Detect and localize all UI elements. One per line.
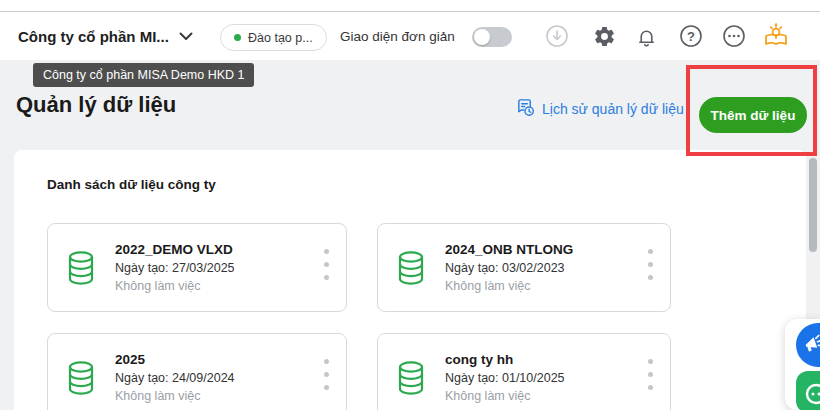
environment-badge-label: Đào tạo p... [248,31,313,45]
chevron-down-icon [179,27,193,45]
dataset-created: Ngày tạo: 24/09/2024 [115,371,235,385]
svg-text:?: ? [687,29,695,44]
dataset-created: Ngày tạo: 27/03/2025 [115,261,235,275]
simple-ui-label: Giao diện đơn giản [340,12,455,60]
whats-new-icon[interactable] [756,16,796,56]
environment-badge[interactable]: Đào tạo p... [220,24,327,51]
company-selector-label: Công ty cổ phần MI... [18,28,169,45]
history-icon [516,98,535,120]
dataset-card[interactable]: 2025 Ngày tạo: 24/09/2024 Không làm việc [47,333,347,410]
chat-support-fab[interactable] [796,371,820,410]
scrollbar-thumb[interactable] [809,158,817,252]
page-title: Quản lý dữ liệu [16,92,176,118]
history-link-label: Lịch sử quản lý dữ liệu [542,101,684,117]
company-tooltip: Công ty cổ phần MISA Demo HKD 1 [33,63,254,87]
database-icon [67,360,95,400]
top-bar: Công ty cổ phần MI... Đào tạo p... Giao … [0,12,820,60]
kebab-menu-icon[interactable] [646,357,655,392]
more-icon[interactable] [714,16,754,56]
dataset-created: Ngày tạo: 03/02/2023 [445,261,573,275]
company-selector-dropdown[interactable]: Công ty cổ phần MI... [18,12,193,60]
data-list-panel: Danh sách dữ liệu công ty 2022_DEMO VLXD… [14,150,806,410]
dataset-card[interactable]: 2024_ONB NTLONG Ngày tạo: 03/02/2023 Khô… [377,223,671,312]
section-title: Danh sách dữ liệu công ty [47,177,216,192]
settings-icon[interactable] [584,16,624,56]
kebab-menu-icon[interactable] [646,247,655,282]
notifications-icon[interactable] [626,16,666,56]
dataset-card[interactable]: 2022_DEMO VLXD Ngày tạo: 27/03/2025 Khôn… [47,223,347,312]
history-link[interactable]: Lịch sử quản lý dữ liệu [516,98,684,120]
dataset-name: 2022_DEMO VLXD [115,242,235,257]
dataset-created: Ngày tạo: 01/10/2025 [445,371,565,385]
app-window: Công ty cổ phần MI... Đào tạo p... Giao … [0,0,820,410]
dataset-name: 2025 [115,352,235,367]
download-icon[interactable] [537,16,577,56]
page-content: Công ty cổ phần MISA Demo HKD 1 Quản lý … [0,60,820,410]
dataset-status: Không làm việc [115,279,235,293]
add-data-button[interactable]: Thêm dữ liệu [699,97,807,133]
toggle-knob [474,29,490,45]
dataset-status: Không làm việc [115,389,235,403]
help-icon[interactable]: ? [671,16,711,56]
kebab-menu-icon[interactable] [322,247,331,282]
dataset-card[interactable]: cong ty hh Ngày tạo: 01/10/2025 Không là… [377,333,671,410]
database-icon [397,250,425,290]
simple-ui-toggle[interactable] [472,27,512,47]
dataset-status: Không làm việc [445,389,565,403]
status-dot-icon [234,34,241,41]
database-icon [397,360,425,400]
database-icon [67,250,95,290]
dataset-name: cong ty hh [445,352,565,367]
kebab-menu-icon[interactable] [322,357,331,392]
dataset-status: Không làm việc [445,279,573,293]
dataset-name: 2024_ONB NTLONG [445,242,573,257]
